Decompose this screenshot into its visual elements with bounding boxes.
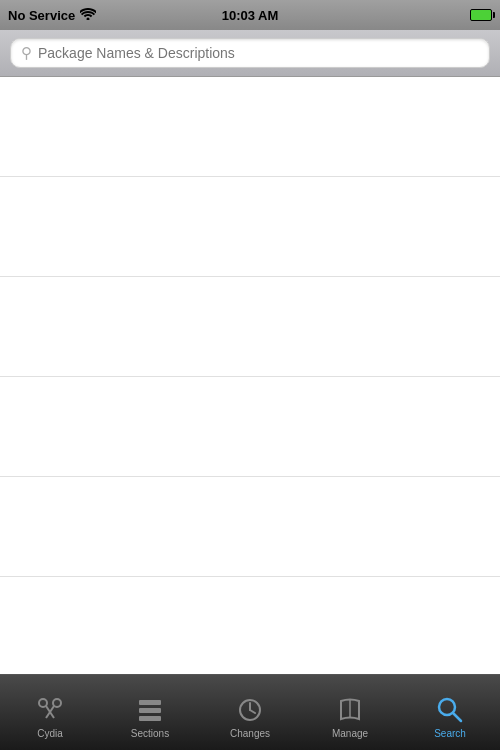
- tab-sections[interactable]: Sections: [100, 675, 200, 750]
- tab-changes[interactable]: Changes: [200, 675, 300, 750]
- content-area: [0, 77, 500, 695]
- svg-rect-5: [139, 700, 161, 705]
- svg-point-1: [39, 699, 47, 707]
- tab-search[interactable]: Search: [400, 675, 500, 750]
- list-item: [0, 477, 500, 577]
- changes-icon: [235, 695, 265, 725]
- tab-bar: Cydia Sections Changes: [0, 674, 500, 750]
- wifi-icon: [80, 8, 96, 23]
- cydia-icon: [35, 695, 65, 725]
- tab-cydia-label: Cydia: [37, 728, 63, 739]
- battery-icon: [470, 9, 492, 21]
- svg-rect-6: [139, 708, 161, 713]
- svg-line-10: [250, 710, 255, 713]
- search-input[interactable]: [38, 45, 479, 61]
- svg-rect-7: [139, 716, 161, 721]
- tab-changes-label: Changes: [230, 728, 270, 739]
- list-item: [0, 577, 500, 677]
- tab-manage-label: Manage: [332, 728, 368, 739]
- svg-point-0: [87, 17, 90, 20]
- list-item: [0, 77, 500, 177]
- status-left: No Service: [8, 8, 96, 23]
- list-item: [0, 277, 500, 377]
- list-item: [0, 177, 500, 277]
- tab-cydia[interactable]: Cydia: [0, 675, 100, 750]
- status-right: [470, 9, 492, 21]
- search-bar-container: ⚲: [0, 30, 500, 77]
- search-magnifier-icon: ⚲: [21, 44, 32, 62]
- list-item: [0, 377, 500, 477]
- status-bar: No Service 10:03 AM: [0, 0, 500, 30]
- svg-point-2: [53, 699, 61, 707]
- tab-search-label: Search: [434, 728, 466, 739]
- search-input-wrapper[interactable]: ⚲: [10, 38, 490, 68]
- tab-manage[interactable]: Manage: [300, 675, 400, 750]
- carrier-text: No Service: [8, 8, 75, 23]
- manage-icon: [335, 695, 365, 725]
- tab-sections-label: Sections: [131, 728, 169, 739]
- search-icon: [435, 695, 465, 725]
- svg-line-13: [453, 713, 461, 721]
- status-time: 10:03 AM: [222, 8, 279, 23]
- sections-icon: [135, 695, 165, 725]
